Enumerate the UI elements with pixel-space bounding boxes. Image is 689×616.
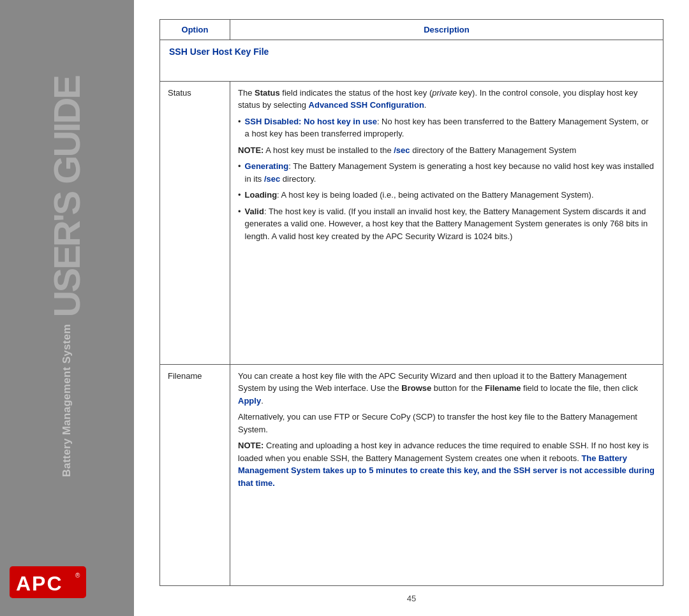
apply-link: Apply: [238, 396, 261, 406]
option-cell-filename: Filename: [160, 364, 230, 585]
loading-label: Loading: [245, 190, 278, 200]
bullet-loading: Loading: A host key is being loaded (i.e…: [238, 189, 655, 202]
col-description-header: Description: [230, 20, 663, 40]
note2-label: NOTE:: [238, 441, 263, 450]
bullet-valid: Valid: The host key is valid. (If you in…: [238, 205, 655, 243]
table-row: Filename You can create a host key file …: [160, 364, 663, 585]
note1-label: NOTE:: [238, 145, 263, 155]
svg-text:APC: APC: [16, 572, 63, 595]
ssh-disabled-label: SSH Disabled: No host key in use: [245, 117, 377, 126]
option-cell-status: Status: [160, 81, 230, 364]
adv-ssh-link: Advanced SSH Configuration: [309, 100, 424, 110]
status-intro: The Status field indicates the status of…: [238, 87, 655, 112]
filename-bold: Filename: [485, 383, 521, 393]
sidebar-text-area: USER'S GUIDE Battery Management System: [0, 0, 134, 554]
page-footer: 45: [159, 594, 663, 603]
generating-label: Generating: [245, 161, 289, 171]
section-header-row: SSH User Host Key File: [160, 40, 663, 82]
private-italic: private: [432, 88, 457, 98]
status-bold: Status: [255, 88, 280, 98]
filename-note2: NOTE: Creating and uploading a host key …: [238, 439, 655, 489]
page-number: 45: [407, 594, 416, 603]
section-title: SSH User Host Key File: [160, 40, 663, 82]
table-header-row: Option Description: [160, 20, 663, 40]
col-option-header: Option: [160, 20, 230, 40]
table-row: Status The Status field indicates the st…: [160, 81, 663, 364]
valid-label: Valid: [245, 207, 264, 216]
sidebar-subtitle: Battery Management System: [61, 324, 73, 477]
browse-bold: Browse: [401, 383, 431, 393]
svg-text:®: ®: [75, 572, 80, 579]
bullet-generating: Generating: The Battery Management Syste…: [238, 160, 655, 185]
doc-table: Option Description SSH User Host Key Fil…: [159, 19, 663, 586]
bullet-ssh-disabled: SSH Disabled: No host key in use: No hos…: [238, 115, 655, 140]
filename-para1: You can create a host key file with the …: [238, 370, 655, 407]
sidebar-logo-area: APC ®: [0, 554, 134, 616]
main-content: Option Description SSH User Host Key Fil…: [134, 0, 689, 616]
sidebar-main-title: USER'S GUIDE: [50, 77, 84, 317]
sec-dir2-link: /sec: [264, 174, 280, 184]
note1-para: NOTE: A host key must be installed to th…: [238, 144, 655, 157]
sidebar: USER'S GUIDE Battery Management System A…: [0, 0, 134, 616]
description-cell-filename: You can create a host key file with the …: [230, 364, 663, 585]
bms-warning-text: The Battery Management System takes up t…: [238, 453, 655, 488]
filename-para2: Alternatively, you can use FTP or Secure…: [238, 411, 655, 436]
description-cell-status: The Status field indicates the status of…: [230, 81, 663, 364]
sec-dir-link: /sec: [394, 145, 410, 155]
apc-logo-icon: APC ®: [10, 566, 86, 601]
